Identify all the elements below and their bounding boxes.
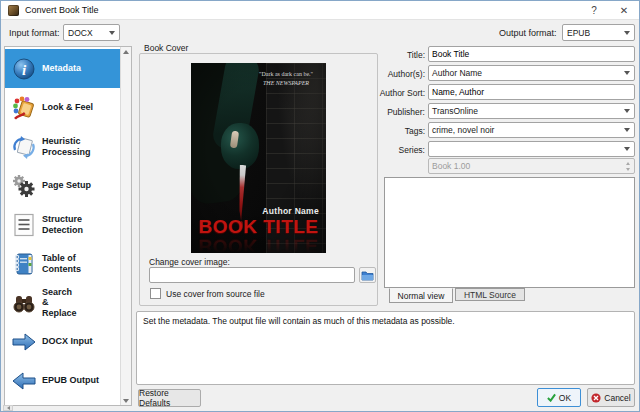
- chevron-down-icon: [619, 109, 634, 113]
- arrow-right-icon: [10, 328, 37, 355]
- gears-icon: [10, 172, 37, 199]
- cover-title-reflection: BOOK TITLE: [191, 235, 326, 253]
- scroll-down-icon[interactable]: [121, 396, 131, 405]
- ok-button[interactable]: OK: [537, 388, 581, 407]
- change-cover-label: Change cover image:: [149, 257, 230, 267]
- scroll-left-icon[interactable]: [3, 405, 13, 411]
- titlebar: Convert Book Title ? ✕: [1, 1, 639, 20]
- cancel-button[interactable]: Cancel: [587, 388, 635, 407]
- series-label: Series:: [374, 145, 425, 155]
- convert-dialog: Convert Book Title ? ✕ Input format: DOC…: [0, 0, 640, 412]
- title-field-wrap: [428, 46, 635, 62]
- page-lines-icon: [10, 211, 37, 238]
- output-format-label: Output format:: [499, 28, 557, 38]
- notebook-icon: [10, 250, 37, 277]
- sidebar-item-label: DOCX Input: [42, 336, 93, 346]
- sidebar-item-metadata[interactable]: i Metadata: [5, 49, 121, 88]
- cancel-icon: [591, 393, 601, 403]
- output-format-value: EPUB: [563, 28, 620, 38]
- help-button[interactable]: ?: [579, 1, 609, 20]
- document-refresh-icon: [10, 133, 37, 160]
- publisher-select[interactable]: TransOnline: [428, 103, 635, 119]
- check-icon: [547, 393, 556, 402]
- chevron-down-icon: [620, 31, 634, 35]
- sidebar-item-label: Metadata: [42, 63, 81, 73]
- app-icon: [8, 5, 19, 16]
- spinner-arrows-icon[interactable]: [621, 162, 634, 171]
- sidebar-item-docx-input[interactable]: DOCX Input: [5, 322, 121, 361]
- author-sort-input[interactable]: [428, 84, 635, 100]
- sidebar-item-label: Page Setup: [42, 180, 91, 190]
- author-sort-label: Author Sort:: [374, 88, 425, 98]
- cover-quote: "Dark as dark can be." THE NEWSPAPER: [250, 70, 322, 88]
- tags-select[interactable]: crime, novel noir: [428, 122, 635, 138]
- chevron-down-icon: [619, 128, 634, 132]
- window-title: Convert Book Title: [25, 5, 99, 15]
- sidebar-item-look-and-feel[interactable]: Look & Feel: [5, 88, 121, 127]
- input-format-value: DOCX: [64, 28, 105, 38]
- input-format-label: Input format:: [9, 28, 60, 38]
- arrow-left-icon: [10, 367, 37, 394]
- scroll-up-icon[interactable]: [121, 47, 131, 56]
- sidebar-item-table-of-contents[interactable]: Table of Contents: [5, 244, 121, 283]
- tab-normal-view[interactable]: Normal view: [389, 288, 453, 303]
- title-label: Title:: [374, 50, 425, 60]
- cover-author-name: Author Name: [262, 206, 319, 216]
- palette-icon: [10, 94, 37, 121]
- cover-path-input[interactable]: [149, 267, 355, 283]
- sidebar-item-label: Structure Detection: [42, 214, 83, 235]
- tags-label: Tags:: [374, 126, 425, 136]
- sidebar-item-label: Heuristic Processing: [42, 136, 91, 157]
- info-icon: i: [10, 55, 37, 82]
- input-format-select[interactable]: DOCX: [63, 24, 120, 41]
- chevron-down-icon: [105, 31, 119, 35]
- use-source-cover-checkbox[interactable]: [150, 288, 161, 299]
- sidebar-item-label: Table of Contents: [42, 253, 81, 274]
- tab-html-source[interactable]: HTML Source: [455, 288, 525, 301]
- sidebar-item-label: Look & Feel: [42, 102, 93, 112]
- use-source-cover-row[interactable]: Use cover from source file: [150, 288, 265, 299]
- browse-cover-button[interactable]: [359, 267, 376, 283]
- publisher-label: Publisher:: [374, 107, 425, 117]
- authors-field-wrap: Author Name: [428, 65, 635, 81]
- book-cover-group-label: Book Cover: [141, 43, 191, 53]
- sidebar-item-structure-detection[interactable]: Structure Detection: [5, 205, 121, 244]
- sidebar-item-search-replace[interactable]: Search & Replace: [5, 283, 121, 322]
- sidebar-item-label: EPUB Output: [42, 375, 99, 385]
- output-format-select[interactable]: EPUB: [562, 24, 635, 41]
- publisher-field-wrap: TransOnline: [428, 103, 635, 119]
- sidebar-scrollbar[interactable]: [120, 47, 131, 405]
- title-input[interactable]: [428, 46, 635, 62]
- tags-field-wrap: crime, novel noir: [428, 122, 635, 138]
- section-list: i Metadata: [4, 46, 132, 406]
- authors-select[interactable]: Author Name: [428, 65, 635, 81]
- author-sort-field-wrap: [428, 84, 635, 100]
- sidebar-item-epub-output[interactable]: EPUB Output: [5, 361, 121, 400]
- authors-label: Author(s):: [374, 69, 425, 79]
- use-source-cover-label: Use cover from source file: [166, 289, 265, 299]
- comments-editor[interactable]: [384, 177, 635, 288]
- series-field-wrap: [428, 141, 635, 157]
- chevron-down-icon: [619, 71, 634, 75]
- close-button[interactable]: ✕: [609, 1, 639, 20]
- sidebar-item-page-setup[interactable]: Page Setup: [5, 166, 121, 205]
- folder-icon: [361, 270, 374, 281]
- cover-image: "Dark as dark can be." THE NEWSPAPER Aut…: [191, 63, 326, 253]
- binoculars-icon: [10, 289, 37, 316]
- section-description: Set the metadata. The output file will c…: [136, 311, 635, 385]
- restore-defaults-button[interactable]: Restore Defaults: [138, 389, 201, 407]
- sidebar-item-label: Search & Replace: [42, 287, 77, 318]
- sidebar-item-heuristic-processing[interactable]: Heuristic Processing: [5, 127, 121, 166]
- chevron-down-icon: [619, 147, 634, 151]
- series-select[interactable]: [428, 141, 635, 157]
- series-index-spinner[interactable]: Book 1.00: [428, 158, 635, 174]
